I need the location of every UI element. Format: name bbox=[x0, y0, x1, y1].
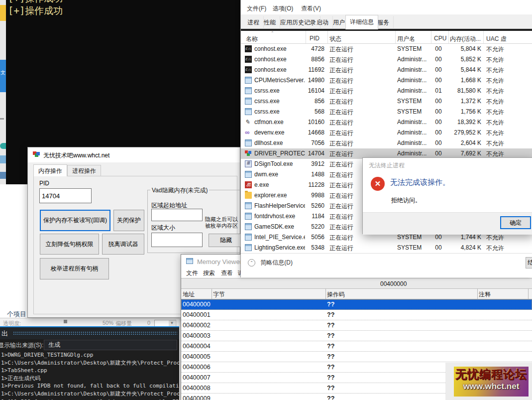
menu-options[interactable]: 选项(O) bbox=[273, 4, 293, 13]
memory-row[interactable]: 00400005 ?? bbox=[181, 352, 532, 362]
window-icon bbox=[245, 234, 252, 241]
menu-file[interactable]: 文件 bbox=[186, 269, 198, 277]
menu-file[interactable]: 文件(F) bbox=[247, 4, 266, 13]
region-start-input[interactable] bbox=[151, 209, 203, 221]
process-pid: 11228 bbox=[306, 181, 324, 188]
process-uac: 不允许 bbox=[486, 119, 532, 127]
lower-handle-button[interactable]: 立刻降低句柄权限 bbox=[40, 234, 99, 255]
menu-view[interactable]: 查看 bbox=[221, 269, 233, 277]
dialog-tabs: 内存操作进程操作 bbox=[33, 165, 101, 176]
hide-note-line1: 隐藏之后可以 bbox=[205, 216, 238, 223]
process-user: Administr... bbox=[397, 139, 430, 146]
file-menu-fragment[interactable]: 文 bbox=[0, 60, 6, 92]
offset-dropdown[interactable]: ▼ bbox=[154, 320, 176, 326]
process-status: 正在运行 bbox=[329, 234, 394, 242]
window-icon bbox=[245, 244, 252, 251]
process-status: 正在运行 bbox=[329, 139, 394, 148]
slider-handle[interactable] bbox=[64, 320, 67, 323]
memory-row[interactable]: 00400004 ?? bbox=[181, 341, 532, 352]
table-row[interactable]: conhost.exe 4728 正在运行 SYSTEM 00 5,804 K … bbox=[241, 44, 532, 54]
table-row[interactable]: csrss.exe 568 正在运行 SYSTEM 00 1,756 K 不允许 bbox=[241, 107, 532, 117]
process-pid: 1488 bbox=[306, 171, 324, 178]
process-cpu: 00 bbox=[431, 77, 446, 84]
process-uac: 不允许 bbox=[486, 45, 532, 54]
column-divider bbox=[395, 31, 396, 43]
protect-memory-button[interactable]: 保护内存不被读写(回调) bbox=[40, 210, 110, 231]
table-row[interactable]: conhost.exe 11692 正在运行 Administr... 00 5… bbox=[241, 65, 532, 75]
table-row[interactable]: dllhost.exe 7056 正在运行 Administr... 00 2,… bbox=[241, 138, 532, 148]
window-icon bbox=[245, 202, 252, 209]
process-pid: 11692 bbox=[306, 66, 324, 73]
process-uac: 不允许 bbox=[486, 56, 532, 64]
dialog-titlebar[interactable]: 无忧技术吧www.whct.net bbox=[28, 147, 240, 162]
process-pid: 14668 bbox=[306, 129, 324, 136]
chevron-up-icon: ⌃ bbox=[248, 259, 255, 267]
memory-row[interactable]: 00400000 ?? bbox=[181, 299, 532, 310]
process-name: FlashHelperService... bbox=[254, 202, 305, 209]
table-row[interactable]: devenv.exe 14668 正在运行 Administr... 00 27… bbox=[241, 128, 532, 138]
enum-handles-button[interactable]: 枚举进程所有句柄 bbox=[40, 258, 109, 279]
menu-search[interactable]: 搜索 bbox=[203, 269, 215, 277]
col-pid[interactable]: PID bbox=[310, 35, 324, 42]
clipped-toolbar: 透明度: 50% 偏移量 0 ▼ bbox=[0, 318, 179, 326]
close-protect-button[interactable]: 关闭保护 bbox=[113, 210, 144, 231]
region-size-input[interactable] bbox=[151, 233, 203, 247]
memory-address: 00400004 bbox=[183, 343, 211, 350]
table-row[interactable]: CPUMetricsServer... 14980 正在运行 Administr… bbox=[241, 75, 532, 86]
col-address[interactable]: 地址 bbox=[183, 290, 195, 299]
process-user: Administr... bbox=[397, 129, 430, 136]
menu-view[interactable]: 查看(V) bbox=[301, 4, 321, 13]
window-icon bbox=[245, 223, 252, 230]
fewer-details-button[interactable]: ⌃ 简略信息(D) bbox=[248, 259, 293, 267]
error-dialog-title: 无法终止进程 bbox=[369, 161, 405, 170]
output-line: 1>C:\Users\Administrator\Desktop\新建文件夹\P… bbox=[1, 359, 179, 367]
current-address: 00400000 bbox=[380, 280, 407, 287]
table-row[interactable]: ctfmon.exe 10160 正在运行 Administr... 00 18… bbox=[241, 117, 532, 128]
col-opcode[interactable]: 操作码 bbox=[327, 290, 345, 299]
col-comment[interactable]: 注释 bbox=[479, 290, 491, 299]
memory-row[interactable]: 00400003 ?? bbox=[181, 331, 532, 341]
task-manager-window: 文件(F) 选项(O) 查看(V) 进程 性能 应用历史记录 启动 用户 详细信… bbox=[240, 0, 532, 277]
process-user: Administr... bbox=[397, 77, 430, 84]
tab-memory-ops[interactable]: 内存操作 bbox=[33, 164, 67, 176]
tab-details[interactable]: 详细信息 bbox=[345, 15, 378, 29]
console-icon bbox=[245, 45, 252, 52]
column-divider bbox=[212, 289, 212, 299]
col-status[interactable]: 状态 bbox=[329, 35, 384, 43]
column-divider bbox=[483, 31, 484, 43]
col-user[interactable]: 用户名 bbox=[397, 35, 427, 43]
col-memory[interactable]: 内存(活动... bbox=[449, 35, 481, 43]
output-source-dropdown[interactable]: 生成 bbox=[44, 340, 177, 350]
tm-menubar: 文件(F) 选项(O) 查看(V) bbox=[241, 0, 532, 14]
process-name: fontdrvhost.exe bbox=[254, 213, 305, 220]
col-uac[interactable]: UAC 虚 bbox=[486, 35, 531, 43]
output-panel-header[interactable]: 出 bbox=[0, 327, 179, 339]
build-output-log[interactable]: 1>DWRG_DRIVER_TESTINGDlg.cpp1>C:\Users\A… bbox=[0, 351, 179, 400]
memory-row[interactable]: 00400001 ?? bbox=[181, 310, 532, 320]
table-row[interactable]: conhost.exe 8856 正在运行 Administr... 00 5,… bbox=[241, 54, 532, 65]
col-cpu[interactable]: CPU bbox=[434, 35, 449, 42]
pid-input[interactable] bbox=[39, 188, 92, 203]
table-row[interactable]: csrss.exe 16104 正在运行 Administr... 01 81,… bbox=[241, 86, 532, 96]
process-status: 正在运行 bbox=[329, 77, 394, 85]
folder-icon bbox=[245, 192, 252, 199]
process-cpu: 00 bbox=[431, 139, 446, 146]
ok-button[interactable]: 确定 bbox=[500, 216, 531, 229]
process-cpu: 00 bbox=[431, 66, 446, 73]
table-row[interactable]: csrss.exe 856 正在运行 SYSTEM 00 1,372 K 不允许 bbox=[241, 96, 532, 107]
percent-value: 50% bbox=[103, 320, 113, 326]
hide-button[interactable]: 隐藏 bbox=[209, 234, 243, 247]
process-user: Administr... bbox=[397, 87, 430, 94]
table-row[interactable]: LightingService.exe 5348 正在运行 SYSTEM 00 … bbox=[241, 243, 532, 253]
col-bytes[interactable]: 字节 bbox=[213, 290, 225, 299]
pid-label: PID bbox=[39, 180, 49, 187]
memory-row[interactable]: 00400002 ?? bbox=[181, 320, 532, 331]
detach-debugger-button[interactable]: 脱离调试器 bbox=[102, 234, 144, 255]
process-cpu: 00 bbox=[431, 119, 446, 126]
tab-process-ops[interactable]: 进程操作 bbox=[67, 165, 101, 176]
col-name[interactable]: 名称 bbox=[246, 35, 303, 43]
process-status: 正在运行 bbox=[329, 45, 394, 54]
column-divider bbox=[325, 289, 326, 299]
end-task-button-partial[interactable]: 结 bbox=[526, 257, 532, 268]
process-name: csrss.exe bbox=[254, 98, 305, 105]
